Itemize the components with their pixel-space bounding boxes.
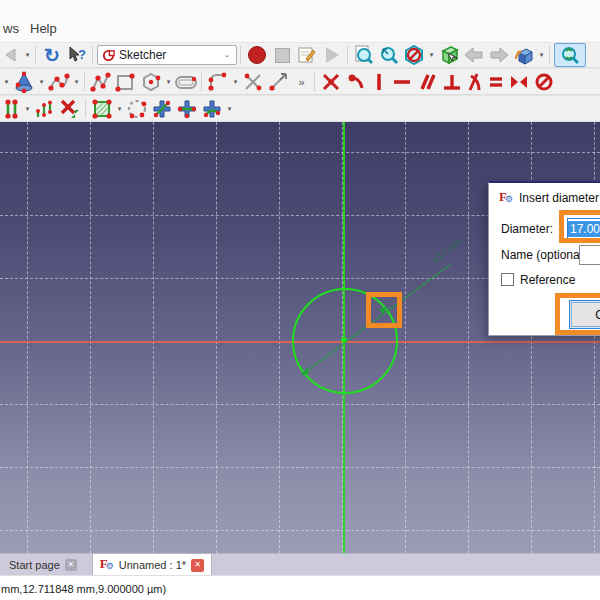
create-polygon-dropdown[interactable]: ▾ <box>164 71 173 93</box>
grid-line <box>0 152 600 153</box>
tab-document-label: Unnamed : 1* <box>119 559 186 571</box>
create-rectangle-icon[interactable] <box>114 71 138 93</box>
diameter-label: Diameter: <box>501 222 553 236</box>
internal-geometry-icon[interactable] <box>33 98 57 120</box>
separator <box>90 44 96 66</box>
dialog-title: Insert diameter <box>519 191 599 205</box>
navigate-forward-arrow-icon[interactable] <box>487 44 511 66</box>
grid-line <box>0 530 600 531</box>
constrain-vertical-icon[interactable] <box>369 71 389 93</box>
constrain-point-on-object-icon[interactable] <box>344 71 368 93</box>
annotation-box-circle <box>366 292 402 328</box>
macro-record-icon[interactable] <box>245 44 269 66</box>
axonometric-view-icon[interactable] <box>512 44 536 66</box>
refresh-icon[interactable]: ↻ <box>40 44 64 66</box>
navigation-back-dropdown[interactable]: ▾ <box>23 44 32 66</box>
whats-this-icon[interactable]: ? <box>65 44 89 66</box>
svg-text:?: ? <box>78 47 86 62</box>
tab-document-close-icon[interactable]: ✕ <box>191 559 204 572</box>
constraint-tools-icon[interactable] <box>2 98 22 120</box>
toolbar-overflow[interactable]: » <box>291 71 311 93</box>
grid-line <box>27 122 28 553</box>
menu-help[interactable]: Help <box>30 21 57 36</box>
sketch-viewport[interactable]: ø17 mm F ⚙ Insert diameter Diameter: 17.… <box>0 122 600 553</box>
constrain-block-icon[interactable] <box>532 71 556 93</box>
name-label: Name (optional) <box>501 248 586 262</box>
bspline-degree-icon[interactable] <box>150 98 174 120</box>
toolbar-standard: ▾ ↻ ? Sketcher ⌄ ▾ <box>0 42 600 68</box>
grid-line <box>468 122 469 553</box>
create-polygon-icon[interactable] <box>139 71 163 93</box>
create-fillet-icon[interactable] <box>206 71 230 93</box>
bspline-knot-multiplicity-icon[interactable] <box>175 98 199 120</box>
draw-style-dropdown[interactable]: ▾ <box>427 44 436 66</box>
create-bspline-icon[interactable] <box>47 71 71 93</box>
bspline-pole-weight-icon[interactable] <box>200 98 224 120</box>
grid-line <box>153 122 154 553</box>
annotation-box-diameter-input <box>559 210 600 243</box>
macro-stop-icon[interactable] <box>270 44 294 66</box>
constrain-equal-icon[interactable] <box>486 71 506 93</box>
document-tab-bar: Start page ✕ F ⚙ Unnamed : 1* ✕ <box>0 553 600 576</box>
tab-start-page[interactable]: Start page ✕ <box>2 554 84 576</box>
cropped-group-dropdown[interactable]: ▾ <box>2 71 11 93</box>
grid-line <box>0 467 600 468</box>
create-conic-dropdown[interactable]: ▾ <box>37 71 46 93</box>
separator <box>312 71 318 93</box>
create-slot-icon[interactable] <box>174 71 198 93</box>
bspline-control-polygon-icon[interactable] <box>125 98 149 120</box>
annotation-box-ok-button <box>555 293 600 335</box>
axonometric-view-dropdown[interactable]: ▾ <box>537 44 546 66</box>
create-fillet-dropdown[interactable]: ▾ <box>231 71 240 93</box>
macro-play-icon[interactable] <box>320 44 344 66</box>
create-polyline-icon[interactable] <box>89 71 113 93</box>
tab-start-page-label: Start page <box>9 559 60 571</box>
freecad-icon: F ⚙ <box>499 191 513 205</box>
tab-document[interactable]: F ⚙ Unnamed : 1* ✕ <box>92 554 212 576</box>
sync-zoom-icon[interactable] <box>554 43 586 67</box>
fit-selection-icon[interactable] <box>377 44 401 66</box>
cursor-coordinates: mm,12.711848 mm,9.000000 µm) <box>1 583 166 595</box>
separator <box>83 98 89 120</box>
constrain-tangent-icon[interactable] <box>465 71 485 93</box>
reference-label: Reference <box>520 273 575 287</box>
grid-line <box>279 122 280 553</box>
create-bspline-dropdown[interactable]: ▾ <box>72 71 81 93</box>
separator <box>33 44 39 66</box>
separator <box>82 71 88 93</box>
freecad-window: ws Help ▾ ↻ ? Sketcher ⌄ <box>0 0 600 600</box>
dialog-title-row: F ⚙ Insert diameter <box>499 191 599 205</box>
constrain-perpendicular-icon[interactable] <box>440 71 464 93</box>
diameter-dimension-label[interactable]: ø17 mm <box>430 237 462 265</box>
bounding-box-selection-icon[interactable] <box>437 44 461 66</box>
reference-checkbox[interactable] <box>501 273 514 286</box>
freecad-icon: F ⚙ <box>100 558 114 572</box>
constrain-symmetric-icon[interactable] <box>507 71 531 93</box>
name-input[interactable] <box>579 245 600 265</box>
menu-windows[interactable]: ws <box>3 21 19 36</box>
constrain-horizontal-icon[interactable] <box>390 71 414 93</box>
grid-line <box>405 122 406 553</box>
trim-edge-icon[interactable] <box>241 71 265 93</box>
separator <box>238 44 244 66</box>
navigation-back-icon[interactable] <box>2 44 22 66</box>
tab-start-page-close-icon[interactable]: ✕ <box>65 559 77 571</box>
bspline-tools-dropdown[interactable]: ▾ <box>225 98 234 120</box>
macro-edit-icon[interactable] <box>295 44 319 66</box>
extend-edge-icon[interactable] <box>266 71 290 93</box>
constrain-parallel-icon[interactable] <box>415 71 439 93</box>
create-conic-icon[interactable] <box>12 71 36 93</box>
constraint-tools-dropdown[interactable]: ▾ <box>23 98 32 120</box>
navigate-back-arrow-icon[interactable] <box>462 44 486 66</box>
workbench-selector[interactable]: Sketcher ⌄ <box>97 45 237 65</box>
status-bar: mm,12.711848 mm,9.000000 µm) <box>0 575 600 600</box>
menu-bar: ws Help <box>0 0 600 42</box>
draw-style-icon[interactable] <box>402 44 426 66</box>
sketcher-workbench-icon <box>102 49 115 62</box>
constrain-coincident-icon[interactable] <box>319 71 343 93</box>
convert-to-bspline-dropdown[interactable]: ▾ <box>115 98 124 120</box>
grid-line <box>0 404 600 405</box>
convert-to-bspline-icon[interactable] <box>90 98 114 120</box>
fit-all-icon[interactable] <box>352 44 376 66</box>
delete-constraint-icon[interactable] <box>58 98 82 120</box>
